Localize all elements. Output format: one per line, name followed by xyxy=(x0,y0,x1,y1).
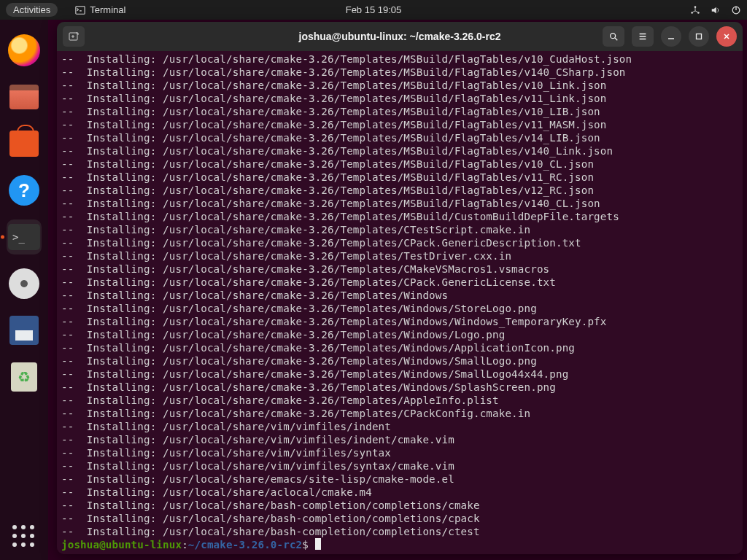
close-icon xyxy=(722,32,731,41)
window-titlebar[interactable]: joshua@ubuntu-linux: ~/cmake-3.26.0-rc2 xyxy=(57,22,743,51)
apps-grid-icon xyxy=(12,525,36,548)
dock-terminal[interactable]: >_ xyxy=(7,219,42,254)
terminal-line: -- Installing: /usr/local/share/cmake-3.… xyxy=(61,407,738,420)
terminal-line: -- Installing: /usr/local/share/cmake-3.… xyxy=(61,79,738,92)
maximize-button[interactable] xyxy=(689,26,709,47)
cursor xyxy=(315,538,321,550)
search-button[interactable] xyxy=(603,26,624,47)
active-app-label: Terminal xyxy=(90,4,125,15)
dock-firefox[interactable] xyxy=(7,33,42,68)
close-button[interactable] xyxy=(716,26,737,47)
save-icon xyxy=(9,316,39,345)
terminal-line: -- Installing: /usr/local/share/cmake-3.… xyxy=(61,131,738,144)
search-icon xyxy=(608,31,619,42)
svg-rect-10 xyxy=(697,34,702,39)
dock-save[interactable] xyxy=(7,313,42,348)
dock-files[interactable] xyxy=(7,79,42,114)
volume-icon[interactable] xyxy=(711,5,721,15)
terminal-line: -- Installing: /usr/local/share/cmake-3.… xyxy=(61,158,738,171)
terminal-icon xyxy=(75,5,85,15)
terminal-line: -- Installing: /usr/local/share/cmake-3.… xyxy=(61,92,738,105)
terminal-line: -- Installing: /usr/local/share/bash-com… xyxy=(61,512,738,525)
terminal-line: -- Installing: /usr/local/share/bash-com… xyxy=(61,525,738,538)
terminal-line: -- Installing: /usr/local/share/cmake-3.… xyxy=(61,105,738,118)
clock[interactable]: Feb 15 19:05 xyxy=(346,4,402,15)
trash-icon: ♻ xyxy=(11,362,37,392)
disc-icon xyxy=(9,268,39,299)
terminal-line: -- Installing: /usr/local/share/cmake-3.… xyxy=(61,171,738,184)
maximize-icon xyxy=(694,32,703,41)
terminal-line: -- Installing: /usr/local/share/cmake-3.… xyxy=(61,262,738,276)
svg-rect-0 xyxy=(76,6,85,14)
terminal-line: -- Installing: /usr/local/share/cmake-3.… xyxy=(61,184,738,197)
terminal-line: -- Installing: /usr/local/share/aclocal/… xyxy=(61,486,738,499)
svg-line-8 xyxy=(615,38,618,41)
window-title: joshua@ubuntu-linux: ~/cmake-3.26.0-rc2 xyxy=(299,31,501,42)
terminal-line: -- Installing: /usr/local/share/cmake-3.… xyxy=(61,276,738,289)
terminal-line: -- Installing: /usr/local/share/cmake-3.… xyxy=(61,118,738,131)
files-icon xyxy=(9,85,39,109)
terminal-output[interactable]: -- Installing: /usr/local/share/cmake-3.… xyxy=(57,51,743,554)
terminal-line: -- Installing: /usr/local/share/cmake-3.… xyxy=(61,197,738,210)
new-tab-button[interactable] xyxy=(63,26,85,47)
firefox-icon xyxy=(8,34,40,66)
menu-icon xyxy=(638,31,648,42)
terminal-line: -- Installing: /usr/local/share/cmake-3.… xyxy=(61,52,738,66)
terminal-line: -- Installing: /usr/local/share/cmake-3.… xyxy=(61,394,738,407)
dock-software[interactable] xyxy=(7,126,42,161)
dock-help[interactable]: ? xyxy=(7,173,42,208)
new-tab-icon xyxy=(68,31,80,42)
terminal-line: -- Installing: /usr/local/share/emacs/si… xyxy=(61,472,738,486)
terminal-line: -- Installing: /usr/local/share/cmake-3.… xyxy=(61,223,738,236)
terminal-line: -- Installing: /usr/local/share/cmake-3.… xyxy=(61,341,738,354)
terminal-line: -- Installing: /usr/local/share/cmake-3.… xyxy=(61,354,738,368)
minimize-button[interactable] xyxy=(661,26,681,47)
terminal-app-icon: >_ xyxy=(8,224,40,250)
help-icon: ? xyxy=(9,175,39,206)
terminal-line: -- Installing: /usr/local/share/cmake-3.… xyxy=(61,66,738,79)
terminal-line: -- Installing: /usr/local/share/cmake-3.… xyxy=(61,249,738,262)
terminal-line: -- Installing: /usr/local/share/cmake-3.… xyxy=(61,381,738,394)
power-icon[interactable] xyxy=(731,5,741,15)
terminal-line: -- Installing: /usr/local/share/cmake-3.… xyxy=(61,236,738,249)
terminal-line: -- Installing: /usr/local/share/cmake-3.… xyxy=(61,328,738,341)
gnome-top-bar: Activities Terminal Feb 15 19:05 xyxy=(0,0,747,20)
terminal-line: -- Installing: /usr/local/share/vim/vimf… xyxy=(61,433,738,446)
dock: ? >_ ♻ xyxy=(0,20,48,560)
svg-point-7 xyxy=(611,34,616,39)
terminal-window: joshua@ubuntu-linux: ~/cmake-3.26.0-rc2 … xyxy=(57,22,743,554)
shell-prompt[interactable]: joshua@ubuntu-linux:~/cmake-3.26.0-rc2$ xyxy=(61,538,738,551)
show-applications-button[interactable] xyxy=(7,519,42,554)
terminal-line: -- Installing: /usr/local/share/vim/vimf… xyxy=(61,459,738,472)
dock-trash[interactable]: ♻ xyxy=(7,359,42,394)
hamburger-menu-button[interactable] xyxy=(632,26,654,47)
terminal-line: -- Installing: /usr/local/share/cmake-3.… xyxy=(61,302,738,315)
terminal-line: -- Installing: /usr/local/share/bash-com… xyxy=(61,499,738,512)
terminal-line: -- Installing: /usr/local/share/cmake-3.… xyxy=(61,210,738,223)
terminal-line: -- Installing: /usr/local/share/cmake-3.… xyxy=(61,144,738,158)
terminal-line: -- Installing: /usr/local/share/vim/vimf… xyxy=(61,420,738,433)
terminal-line: -- Installing: /usr/local/share/vim/vimf… xyxy=(61,446,738,459)
software-center-icon xyxy=(9,131,39,157)
active-app-indicator[interactable]: Terminal xyxy=(75,4,125,15)
minimize-icon xyxy=(667,32,676,41)
dock-disc[interactable] xyxy=(7,266,42,301)
terminal-line: -- Installing: /usr/local/share/cmake-3.… xyxy=(61,315,738,328)
terminal-line: -- Installing: /usr/local/share/cmake-3.… xyxy=(61,289,738,302)
terminal-line: -- Installing: /usr/local/share/cmake-3.… xyxy=(61,368,738,381)
network-icon[interactable] xyxy=(690,5,700,15)
activities-button[interactable]: Activities xyxy=(6,3,58,17)
